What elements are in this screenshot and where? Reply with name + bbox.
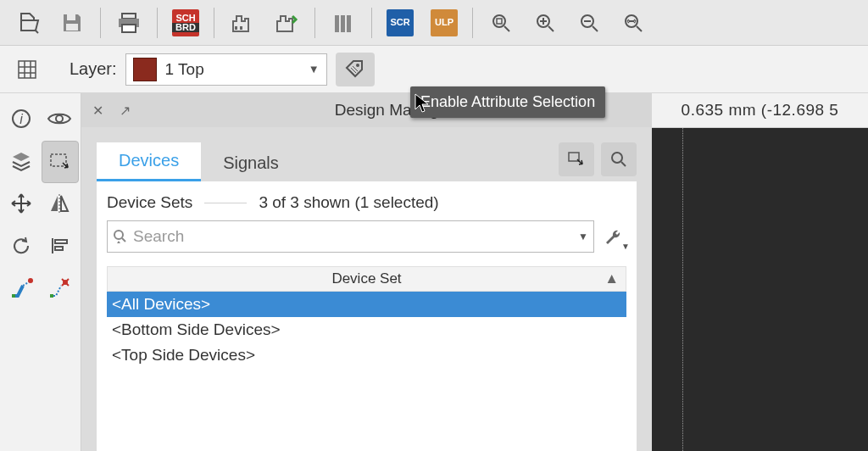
main-toolbar: SCHBRD SCR ULP [0,0,868,46]
grid-button[interactable] [8,51,46,88]
svg-point-28 [114,231,123,239]
tab-devices[interactable]: Devices [97,142,201,181]
close-panel-button[interactable]: ✕ [88,101,107,120]
device-sets-label: Device Sets [107,193,192,212]
device-set-header[interactable]: Device Set ▲ [107,266,626,292]
switch-to-schematic-button[interactable]: SCHBRD [166,4,205,42]
save-button[interactable] [53,4,92,42]
schbrd-bottom-label: BRD [172,23,199,32]
svg-text:i: i [19,112,23,126]
svg-point-10 [493,15,505,27]
svg-point-27 [612,153,622,163]
search-placeholder: Search [133,227,184,246]
svg-rect-24 [50,294,53,298]
print-button[interactable] [109,4,148,42]
layer-label: Layer: [70,59,117,79]
zoom-out-button[interactable] [570,4,609,42]
layer-select[interactable]: 1 Top ▼ [125,53,327,86]
design-manager-panel: ✕ ↗ Design Manager Devices Signals Devic… [81,93,652,451]
device-set-row[interactable]: <All Devices> [107,292,626,317]
layer-swatch [133,58,157,81]
svg-rect-8 [341,15,345,32]
select-mode-button[interactable] [559,142,594,176]
svg-point-23 [28,278,33,283]
svg-rect-21 [55,247,63,250]
svg-rect-6 [240,26,242,30]
popout-panel-button[interactable]: ↗ [115,101,134,120]
marquee-tool[interactable] [42,141,80,183]
layer-selected-name: 1 Top [165,60,204,79]
mirror-tool[interactable] [42,183,78,224]
zoom-in-button[interactable] [526,4,565,42]
coordinate-readout: 0.635 mm (-12.698 5 [652,93,868,128]
svg-rect-0 [67,14,75,20]
manufacturing-button[interactable] [267,4,306,42]
tool-palette: i [0,93,81,451]
canvas-guide [682,128,683,451]
svg-rect-9 [347,15,351,32]
svg-rect-1 [66,24,78,31]
move-tool[interactable] [3,183,40,224]
align-tool[interactable] [42,226,78,266]
info-tool[interactable]: i [3,98,40,139]
scr-label: SCR [390,18,409,27]
device-search-input[interactable]: Search ▼ [107,220,594,253]
svg-rect-7 [335,15,339,32]
layers-tool[interactable] [3,141,40,181]
sort-asc-icon: ▲ [604,270,619,287]
show-tool[interactable] [42,98,78,139]
panel-tabs: Devices Signals [81,127,652,181]
svg-rect-5 [235,26,237,30]
svg-rect-22 [12,294,15,298]
cam-button[interactable] [223,4,262,42]
open-button[interactable] [8,4,47,42]
device-settings-button[interactable]: ▼ [604,226,626,248]
svg-rect-2 [122,14,136,19]
device-set-row[interactable]: <Bottom Side Devices> [107,317,626,342]
main-area: i ✕ ↗ Design Manager Devices Signals Dev… [0,93,868,451]
devices-panel-body: Device Sets 3 of 3 shown (1 selected) Se… [97,181,637,451]
schbrd-top-label: SCH [175,14,195,23]
search-icon [113,229,128,244]
enable-attribute-selection-button[interactable] [336,53,375,86]
zoom-window-button[interactable] [481,4,520,42]
chevron-down-icon: ▼ [309,63,320,75]
right-pane: 0.635 mm (-12.698 5 [652,93,868,451]
svg-rect-4 [122,25,136,32]
rotate-tool[interactable] [3,226,40,266]
chevron-down-icon: ▼ [578,231,588,242]
tooltip: Enable Attribute Selection [410,86,605,118]
device-sets-count: 3 of 3 shown (1 selected) [259,193,438,212]
device-set-row[interactable]: <Top Side Devices> [107,342,626,368]
ripup-tool[interactable] [42,268,78,309]
zoom-to-button[interactable] [601,142,637,176]
svg-rect-20 [55,240,67,243]
chevron-down-icon: ▼ [621,242,630,251]
route-tool[interactable] [3,268,40,309]
ulp-label: ULP [435,18,453,27]
svg-point-15 [356,64,359,67]
library-button[interactable] [324,4,363,42]
ulp-button[interactable]: ULP [425,4,464,42]
svg-rect-11 [497,19,502,24]
board-canvas[interactable] [652,128,868,451]
svg-point-18 [56,115,63,122]
tab-signals[interactable]: Signals [201,145,301,181]
zoom-fit-button[interactable] [614,4,653,42]
scr-button[interactable]: SCR [381,4,420,42]
